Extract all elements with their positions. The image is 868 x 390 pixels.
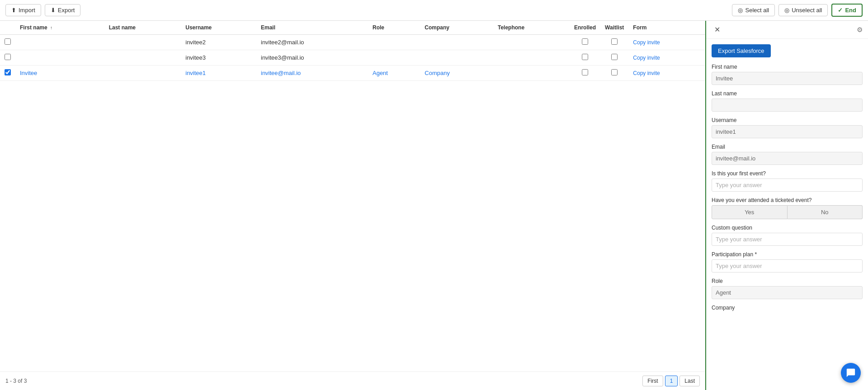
col-label-role: Role xyxy=(373,24,384,31)
col-label-username: Username xyxy=(185,24,212,31)
side-panel: ✕ ⚙ Export Salesforce First name Last na… xyxy=(705,21,868,390)
panel-close-button[interactable]: ✕ xyxy=(712,24,723,35)
role-label: Role xyxy=(712,278,863,284)
row-checkbox-2[interactable] xyxy=(5,54,11,60)
select-all-icon: ◎ xyxy=(738,7,743,14)
import-icon: ⬆ xyxy=(11,7,16,14)
row-last-name-2 xyxy=(104,50,181,66)
row-enrolled-1[interactable] xyxy=(570,35,600,50)
main-layout: First name ↑ Last name Username Email Ro… xyxy=(0,21,868,390)
row-waitlist-2[interactable] xyxy=(600,50,628,66)
export-icon: ⬇ xyxy=(51,7,56,14)
question1-group: Is this your first event? xyxy=(712,170,863,192)
pagination: 1 - 3 of 3 First 1 Last xyxy=(0,371,705,390)
question4-input[interactable] xyxy=(712,259,863,273)
no-button[interactable]: No xyxy=(788,205,863,219)
row-role-3[interactable]: Agent xyxy=(368,66,420,81)
row-form-3[interactable]: Copy invite xyxy=(628,66,705,81)
row-form-1[interactable]: Copy invite xyxy=(628,35,705,50)
first-name-label: First name xyxy=(712,64,863,70)
row-email-1: invitee2@mail.io xyxy=(256,35,368,50)
col-header-role[interactable]: Role xyxy=(368,21,420,35)
export-salesforce-button[interactable]: Export Salesforce xyxy=(712,44,771,57)
email-input[interactable] xyxy=(712,152,863,165)
export-button[interactable]: ⬇ Export xyxy=(45,4,81,16)
select-all-button[interactable]: ◎ Select all xyxy=(732,4,775,16)
first-page-button[interactable]: First xyxy=(642,376,663,386)
unselect-all-label: Unselect all xyxy=(792,7,822,14)
last-name-group: Last name xyxy=(712,90,863,112)
col-header-waitlist[interactable]: Waitlist xyxy=(600,21,628,35)
end-label: End xyxy=(845,7,856,14)
toolbar-left: ⬆ Import ⬇ Export xyxy=(5,4,80,16)
row-username-1: invitee2 xyxy=(181,35,256,50)
row-username-3[interactable]: invitee1 xyxy=(181,66,256,81)
row-email-3[interactable]: invitee@mail.io xyxy=(256,66,368,81)
row-company-1 xyxy=(420,35,493,50)
yes-no-toggle: Yes No xyxy=(712,205,863,219)
row-checkbox-3[interactable] xyxy=(5,69,11,75)
row-username-2: invitee3 xyxy=(181,50,256,66)
row-telephone-2 xyxy=(493,50,570,66)
company-group: Company xyxy=(712,305,863,311)
export-label: Export xyxy=(58,7,75,14)
question4-label: Participation plan * xyxy=(712,251,863,258)
row-company-2 xyxy=(420,50,493,66)
toolbar-right: ◎ Select all ◎ Unselect all ✓ End xyxy=(732,4,863,17)
import-button[interactable]: ⬆ Import xyxy=(5,4,41,16)
question2-label: Have you ever attended a ticketed event? xyxy=(712,197,863,203)
col-label-company: Company xyxy=(425,24,449,31)
col-header-last-name[interactable]: Last name xyxy=(104,21,181,35)
row-enrolled-3[interactable] xyxy=(570,66,600,81)
row-checkbox-1[interactable] xyxy=(5,38,11,45)
username-input[interactable] xyxy=(712,125,863,138)
col-header-username[interactable]: Username xyxy=(181,21,256,35)
toolbar: ⬆ Import ⬇ Export ◎ Select all ◎ Unselec… xyxy=(0,0,868,21)
username-group: Username xyxy=(712,117,863,138)
row-role-2 xyxy=(368,50,420,66)
col-header-first-name[interactable]: First name ↑ xyxy=(15,21,104,35)
last-name-label: Last name xyxy=(712,90,863,97)
col-header-email[interactable]: Email xyxy=(256,21,368,35)
page-1-button[interactable]: 1 xyxy=(665,376,678,386)
last-page-button[interactable]: Last xyxy=(679,376,700,386)
company-label: Company xyxy=(712,305,863,311)
role-group: Role xyxy=(712,278,863,299)
row-company-3[interactable]: Company xyxy=(420,66,493,81)
email-label: Email xyxy=(712,144,863,150)
import-label: Import xyxy=(19,7,35,14)
row-first-name-2 xyxy=(15,50,104,66)
select-all-label: Select all xyxy=(745,7,769,14)
row-first-name-3[interactable]: Invitee xyxy=(15,66,104,81)
col-header-company[interactable]: Company xyxy=(420,21,493,35)
question1-input[interactable] xyxy=(712,179,863,192)
row-waitlist-3[interactable] xyxy=(600,66,628,81)
username-label: Username xyxy=(712,117,863,123)
yes-button[interactable]: Yes xyxy=(712,205,788,219)
question3-label: Custom question xyxy=(712,225,863,231)
panel-body: Export Salesforce First name Last name U… xyxy=(706,39,868,322)
col-label-telephone: Telephone xyxy=(498,24,524,31)
pagination-info: 1 - 3 of 3 xyxy=(5,378,641,384)
last-name-input[interactable] xyxy=(712,99,863,112)
chat-icon xyxy=(846,368,856,378)
sort-arrow-first-name: ↑ xyxy=(50,25,52,30)
role-input[interactable] xyxy=(712,286,863,299)
question3-group: Custom question xyxy=(712,225,863,246)
col-header-telephone[interactable]: Telephone xyxy=(493,21,570,35)
row-form-2[interactable]: Copy invite xyxy=(628,50,705,66)
col-header-form[interactable]: Form xyxy=(628,21,705,35)
row-enrolled-2[interactable] xyxy=(570,50,600,66)
question3-input[interactable] xyxy=(712,233,863,246)
question4-label-text: Participation plan * xyxy=(712,251,757,258)
unselect-all-button[interactable]: ◎ Unselect all xyxy=(778,4,828,16)
col-header-enrolled[interactable]: Enrolled xyxy=(570,21,600,35)
email-group: Email xyxy=(712,144,863,165)
first-name-input[interactable] xyxy=(712,72,863,85)
end-button[interactable]: ✓ End xyxy=(831,4,863,17)
row-telephone-3 xyxy=(493,66,570,81)
panel-gear-button[interactable]: ⚙ xyxy=(857,26,863,34)
unselect-all-icon: ◎ xyxy=(784,7,789,14)
chat-bubble[interactable] xyxy=(841,363,861,383)
row-waitlist-1[interactable] xyxy=(600,35,628,50)
